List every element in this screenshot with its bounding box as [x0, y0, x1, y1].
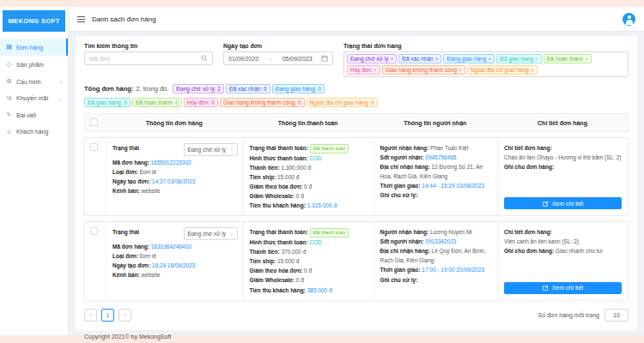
status-label: Trạng thái đơn hàng — [343, 43, 629, 49]
search-input[interactable] — [89, 56, 201, 62]
sidebar-item-orders[interactable]: ▤ Đơn hàng — [0, 39, 68, 56]
order-status-select[interactable]: Đang chờ xử lý ∨ — [184, 143, 238, 156]
config-icon: ⚙ — [5, 78, 13, 85]
close-icon[interactable]: × — [459, 67, 462, 73]
column-header: Chi tiết đơn hàng — [497, 116, 628, 130]
status-tag: Đã hoàn thành× — [544, 54, 592, 63]
status-tag: Giao hàng không thành công× — [382, 65, 465, 75]
sidebar-item-config[interactable]: ⚙ Cấu hình ∨ — [0, 73, 68, 90]
app-logo: MEKONG SOFT — [3, 10, 65, 32]
column-header: Thông tin người nhận — [374, 116, 497, 130]
pagination: ‹ 1 › Số đơn hàng mỗi trang — [84, 309, 629, 322]
customers-icon: ☺ — [5, 129, 13, 135]
receiver-info-cell: Người nhận hàng: Phan Tuấn Kiệt Sđt ngườ… — [374, 138, 497, 215]
orders-summary: Tổng đơn hàng: 2, trong đó: Đang chờ xử … — [84, 83, 629, 108]
page-1-button[interactable]: 1 — [101, 309, 114, 322]
search-icon — [201, 55, 208, 62]
status-filter: Trạng thái đơn hàng Đang chờ xử lý× Đã x… — [343, 43, 629, 77]
next-page-button[interactable]: › — [118, 309, 131, 322]
order-created: 14:37 03/08/2023 — [152, 178, 196, 184]
status-tag: Hủy đơn× — [347, 65, 380, 75]
close-icon[interactable]: × — [488, 56, 491, 62]
chevron-down-icon: ∨ — [59, 96, 63, 100]
arrow-right-icon: → — [267, 56, 273, 62]
select-all-checkbox[interactable] — [90, 118, 98, 126]
order-created: 18:24 18/09/2023 — [152, 262, 196, 268]
view-detail-button[interactable]: Xem chi tiết — [504, 282, 622, 294]
avatar-head — [628, 15, 631, 19]
page-title: Danh sách đơn hàng — [92, 15, 156, 23]
column-header: Thông tin đơn hàng — [106, 116, 243, 130]
phone-link[interactable]: 0945796465 — [425, 154, 456, 160]
count-badge: Đang giao hàng: 0 — [272, 84, 325, 93]
status-tag: Ngoài địa chỉ giao hàng× — [467, 65, 538, 75]
phone-link[interactable]: 0913342023 — [425, 238, 456, 244]
date-range-input[interactable]: 01/09/2020 → 05/09/2023 — [223, 51, 333, 65]
table-header: Thông tin đơn hàng Thông tin thanh toán … — [84, 113, 629, 132]
close-icon[interactable]: × — [374, 67, 377, 73]
sidebar: MEKONG SOFT ▤ Đơn hàng ◇ Sản phẩm ⚙ Cấu … — [0, 7, 69, 335]
count-badge: Đang chờ xử lý: 2 — [173, 84, 224, 93]
search-filter: Tìm kiếm thông tin — [84, 43, 213, 77]
sidebar-item-label: Đơn hàng — [16, 45, 43, 51]
order-info-cell: Trạng thái Đang chờ xử lý ∨ Mã đơn hàng:… — [106, 222, 243, 299]
view-detail-icon — [543, 285, 549, 291]
promotions-icon: % — [5, 95, 13, 101]
view-detail-icon — [543, 201, 549, 207]
sidebar-item-products[interactable]: ◇ Sản phẩm — [0, 56, 68, 73]
order-code-link[interactable]: 1631964246410 — [151, 244, 191, 250]
prev-page-button[interactable]: ‹ — [84, 309, 97, 322]
sidebar-item-label: Bài viết — [16, 112, 36, 118]
paid-badge: Đã thanh toán — [310, 144, 349, 153]
menu-collapse-icon[interactable] — [77, 16, 85, 22]
status-tag: Đang giao hàng× — [443, 54, 495, 63]
order-row: Trạng thái Đang chờ xử lý ∨ Mã đơn hàng:… — [84, 221, 629, 300]
order-status-select[interactable]: Đang chờ xử lý ∨ — [184, 227, 238, 240]
count-badge: Đã xác nhận: 0 — [226, 84, 270, 93]
sidebar-item-promotions[interactable]: % Khuyến mãi ∨ — [0, 90, 68, 106]
row-checkbox[interactable] — [90, 227, 98, 235]
orders-card: Tìm kiếm thông tin Ngày tạo đơn 01/09/20… — [76, 36, 637, 330]
view-detail-button[interactable]: Xem chi tiết — [504, 197, 622, 209]
row-checkbox[interactable] — [90, 143, 98, 151]
date-label: Ngày tạo đơn — [223, 43, 333, 49]
close-icon[interactable]: × — [535, 56, 538, 62]
order-code-link[interactable]: 1655912225302 — [151, 159, 191, 165]
count-badge: Giao hàng không thành công: 0 — [220, 98, 305, 107]
user-avatar-icon[interactable] — [623, 13, 635, 26]
payment-info-cell: Trạng thái thanh toán: Đã thanh toán Hìn… — [243, 138, 374, 215]
count-badge: Hủy đơn: 0 — [184, 98, 218, 107]
sidebar-item-customers[interactable]: ☺ Khách hàng — [0, 123, 68, 140]
close-icon[interactable]: × — [531, 67, 534, 73]
status-tag: Đã xác nhận× — [398, 54, 441, 63]
payment-info-cell: Trạng thái thanh toán: Đã thanh toán Hìn… — [243, 222, 374, 299]
close-icon[interactable]: × — [435, 56, 439, 62]
avatar-body — [626, 20, 633, 25]
chevron-down-icon: ∨ — [59, 80, 63, 84]
field-label: Trạng thái — [112, 143, 139, 153]
calendar-icon — [321, 55, 328, 62]
count-badge: Ngoài địa chỉ giao hàng: 0 — [307, 98, 378, 107]
count-badge: Đã giao hàng: 0 — [84, 98, 131, 107]
filter-bar: Tìm kiếm thông tin Ngày tạo đơn 01/09/20… — [84, 43, 629, 77]
date-to[interactable]: 05/09/2023 — [283, 56, 313, 62]
per-page-input[interactable] — [605, 309, 629, 322]
status-multiselect[interactable]: Đang chờ xử lý× Đã xác nhận× Đang giao h… — [343, 51, 629, 77]
copyright-footer: Copyright 2021© by MekongSoft — [76, 330, 637, 343]
search-label: Tìm kiếm thông tin — [84, 43, 213, 49]
close-icon[interactable]: × — [390, 56, 393, 62]
column-header: Thông tin thanh toán — [243, 116, 374, 130]
order-info-cell: Trạng thái Đang chờ xử lý ∨ Mã đơn hàng:… — [106, 138, 243, 215]
status-tag: Đã giao hàng× — [496, 54, 541, 63]
order-detail-cell: Chi tiết đơn hàng: Viên canh ăn liền kan… — [497, 222, 628, 299]
date-from[interactable]: 01/09/2020 — [228, 56, 258, 62]
sidebar-item-label: Cấu hình — [16, 79, 40, 85]
count-badge: Đã hoàn thành: 0 — [132, 98, 182, 107]
status-tag: Đang chờ xử lý× — [347, 54, 397, 63]
sidebar-item-label: Khuyến mãi — [16, 95, 48, 101]
summary-lead-rest: 2, trong đó: — [136, 85, 168, 93]
close-icon[interactable]: × — [585, 56, 588, 62]
paid-badge: Đã thanh toán — [310, 228, 349, 238]
sidebar-item-posts[interactable]: ✎ Bài viết — [0, 106, 68, 123]
per-page-label: Số đơn hàng mỗi trang — [538, 312, 599, 318]
